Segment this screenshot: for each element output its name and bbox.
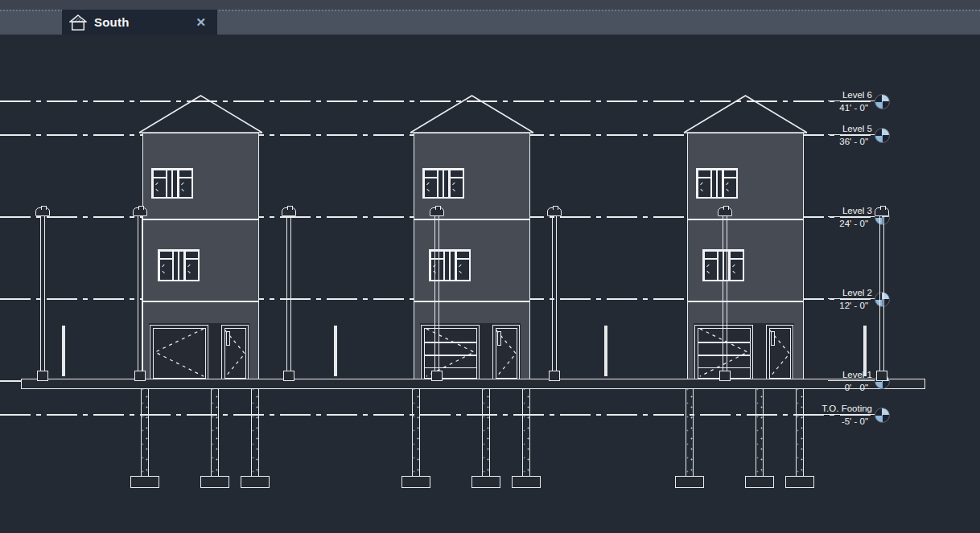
floor-line-level3 [688,219,803,220]
window-transom [186,252,198,258]
window-pane [731,260,743,280]
close-icon[interactable]: ✕ [196,16,206,28]
gable-roof[interactable] [683,95,808,134]
lamp-post-head [282,207,296,216]
revit-application-window: South ✕ Level 641' - 0"Level 536' - 0"Le… [0,0,980,533]
bollard-post[interactable] [334,326,337,376]
foundation-pier[interactable] [141,389,149,476]
view-tab-south[interactable]: South ✕ [62,10,217,35]
footing[interactable] [745,476,774,488]
building-unit[interactable] [138,95,263,380]
bollard-post[interactable] [62,326,65,376]
lamp-post[interactable] [286,216,291,371]
sash-tick [706,271,710,274]
foundation-pier[interactable] [412,389,420,476]
level-marker[interactable]: Level 1 [828,368,875,381]
foundation-pier[interactable] [482,389,490,476]
level-elevation-wrap: 0' - 0" [807,383,875,394]
level-datum-icon[interactable] [875,128,890,143]
bollard-post[interactable] [863,326,867,376]
footing[interactable] [675,476,704,488]
floor-line-level3 [414,219,529,220]
footing[interactable] [130,476,159,488]
level-name: Level 1 [842,370,872,379]
foundation-pier[interactable] [522,389,530,476]
window-pane [154,178,166,197]
lamp-post[interactable] [552,216,557,371]
building-wall[interactable] [687,133,804,380]
lamp-post-head [875,207,889,216]
garage-swing-symbol [150,326,208,380]
foundation-pier[interactable] [756,389,764,476]
footing[interactable] [471,476,500,488]
sash-tick [426,182,430,186]
foundation-pier[interactable] [796,389,804,476]
foundation-pier[interactable] [211,389,219,476]
level-marker[interactable]: Level 6 [828,88,875,101]
window-transom [451,170,463,177]
level-name: Level 2 [842,288,872,297]
gable-roof[interactable] [410,95,534,134]
lamp-post[interactable] [138,216,142,371]
building-unit[interactable] [410,95,534,380]
level-marker[interactable]: Level 5 [828,122,875,135]
lamp-post[interactable] [434,216,439,371]
footing[interactable] [401,476,430,488]
window-right-sash [179,170,191,197]
foundation-pier[interactable] [251,389,259,476]
window-pane [724,178,736,197]
garage-door[interactable] [421,325,480,381]
entry-door[interactable] [766,325,793,381]
foundation-pier[interactable] [686,389,694,476]
drawing-canvas[interactable]: Level 641' - 0"Level 536' - 0"Level 324'… [0,35,980,533]
footing[interactable] [785,476,814,488]
bollard-post[interactable] [604,326,607,376]
level-line[interactable] [0,414,875,416]
lamp-post-base [549,371,560,381]
level-marker[interactable]: T.O. Footing [807,402,875,415]
level-marker[interactable]: Level 2 [828,286,875,299]
window-right-sash [731,252,743,280]
footing[interactable] [512,476,541,488]
window-transom [154,170,166,177]
lamp-post[interactable] [40,216,45,371]
window-center-panel [439,170,448,197]
building-wall[interactable] [414,133,530,380]
window-assembly[interactable] [422,168,464,199]
level-datum-icon[interactable] [875,408,890,423]
building-unit[interactable] [683,95,808,380]
window-pane [186,260,198,280]
lamp-post[interactable] [879,216,884,371]
gable-roof[interactable] [138,95,263,134]
building-wall[interactable] [142,133,259,380]
level-marker[interactable]: Level 3 [828,204,875,217]
window-transom [425,170,437,177]
window-transom [724,170,736,177]
entry-door[interactable] [221,325,249,381]
garage-door[interactable] [150,325,208,381]
level-elevation-wrap: 12' - 0" [807,301,875,312]
level-elevation: 24' - 0" [839,219,868,228]
deck[interactable] [21,379,925,389]
level-datum-icon[interactable] [875,94,890,109]
lamp-post-base [876,371,887,381]
window-left-sash [160,252,172,280]
footing[interactable] [200,476,229,488]
sash-tick [732,264,735,268]
footing[interactable] [241,476,270,488]
sash-tick [452,189,455,192]
lamp-post[interactable] [723,216,727,371]
window-assembly[interactable] [696,168,738,199]
window-assembly[interactable] [158,249,200,281]
lamp-post-base [37,371,48,381]
sash-tick [426,189,430,192]
window-assembly[interactable] [151,168,193,199]
window-transom [160,252,172,258]
entry-door[interactable] [492,325,520,381]
floor-line-level3 [143,219,258,220]
lamp-post-head [35,207,50,216]
lamp-post-base [283,371,294,381]
level-name: T.O. Footing [821,404,872,413]
level-name: Level 6 [842,90,872,100]
garage-swing-symbol [422,326,479,380]
